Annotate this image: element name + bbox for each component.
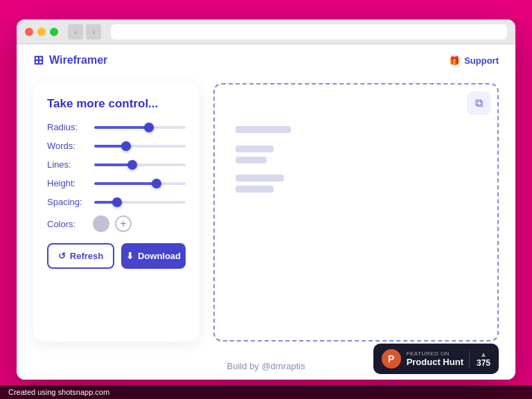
ph-logo-text: P [388, 353, 394, 364]
traffic-light-red[interactable] [25, 28, 33, 36]
logo-icon: ⊞ [33, 53, 44, 68]
browser-nav: ‹ › [68, 24, 101, 39]
app-main: Take more control... Radius: Words: [17, 76, 515, 355]
app-footer: Build by @dmraptis P FEATURED ON Product… [17, 355, 515, 380]
lines-slider[interactable] [94, 163, 186, 166]
product-hunt-logo: P [382, 349, 401, 369]
refresh-label: Refresh [70, 251, 103, 261]
ph-featured-label: FEATURED ON [407, 351, 463, 357]
height-slider[interactable] [94, 182, 186, 185]
radius-slider[interactable] [94, 126, 186, 129]
product-hunt-badge[interactable]: P FEATURED ON Product Hunt ▲ 375 [373, 344, 499, 374]
control-row-words: Words: [47, 141, 186, 151]
add-color-button[interactable]: + [115, 215, 132, 232]
spacing-label: Spacing: [47, 197, 87, 207]
refresh-button[interactable]: ↺ Refresh [47, 243, 114, 269]
build-credit: Build by @dmraptis [227, 361, 305, 371]
radius-label: Radius: [47, 122, 87, 132]
ph-count-group: ▲ 375 [469, 351, 490, 368]
app-name: Wireframer [49, 54, 107, 66]
copy-button[interactable]: ⧉ [467, 91, 490, 115]
support-label: Support [464, 55, 499, 66]
control-row-lines: Lines: [47, 159, 186, 170]
height-label: Height: [47, 178, 87, 188]
browser-titlebar: ‹ › [17, 19, 515, 44]
colors-label: Colors: [47, 219, 87, 229]
add-icon: + [120, 218, 126, 230]
browser-content: ⊞ Wireframer 🎁 Support Take more control… [17, 44, 515, 380]
download-label: Download [138, 251, 181, 261]
preview-area: ⧉ [213, 83, 499, 342]
nav-forward-button[interactable]: › [86, 24, 101, 39]
created-bar: Created using shotsnapp.com [0, 385, 532, 399]
download-button[interactable]: ⬇ Download [121, 243, 186, 269]
created-text: Created using shotsnapp.com [8, 388, 109, 396]
words-slider[interactable] [94, 145, 186, 148]
spacing-slider[interactable] [94, 201, 186, 204]
control-row-spacing: Spacing: [47, 197, 186, 207]
control-row-height: Height: [47, 178, 186, 188]
traffic-light-yellow[interactable] [37, 28, 46, 36]
support-button[interactable]: 🎁 Support [449, 55, 499, 66]
ph-arrow-icon: ▲ [480, 351, 487, 358]
wire-block-4 [236, 175, 284, 181]
panel-buttons: ↺ Refresh ⬇ Download [47, 243, 186, 269]
wire-block-5 [236, 186, 274, 193]
ph-text-group: FEATURED ON Product Hunt [407, 351, 463, 367]
panel-title: Take more control... [47, 97, 186, 111]
support-icon: 🎁 [449, 55, 460, 66]
control-row-radius: Radius: [47, 122, 186, 132]
download-icon: ⬇ [126, 251, 134, 261]
words-label: Words: [47, 141, 87, 151]
refresh-icon: ↺ [58, 251, 66, 261]
app-logo: ⊞ Wireframer [33, 53, 107, 68]
color-swatch-1[interactable] [93, 215, 109, 232]
copy-icon: ⧉ [475, 97, 483, 109]
lines-label: Lines: [47, 159, 87, 170]
nav-back-button[interactable]: ‹ [68, 24, 83, 39]
address-bar[interactable] [111, 24, 507, 39]
traffic-light-green[interactable] [50, 28, 58, 36]
ph-name: Product Hunt [407, 357, 463, 367]
control-panel: Take more control... Radius: Words: [33, 83, 200, 342]
ph-count-value: 375 [477, 358, 490, 368]
colors-row: Colors: + [47, 215, 186, 232]
app-header: ⊞ Wireframer 🎁 Support [17, 44, 515, 76]
wire-block-2 [236, 145, 274, 152]
wire-block-1 [236, 126, 291, 133]
browser-window: ‹ › ⊞ Wireframer 🎁 Support Take more con… [17, 19, 515, 380]
wire-block-3 [236, 157, 267, 163]
wireframe-content [215, 98, 497, 220]
